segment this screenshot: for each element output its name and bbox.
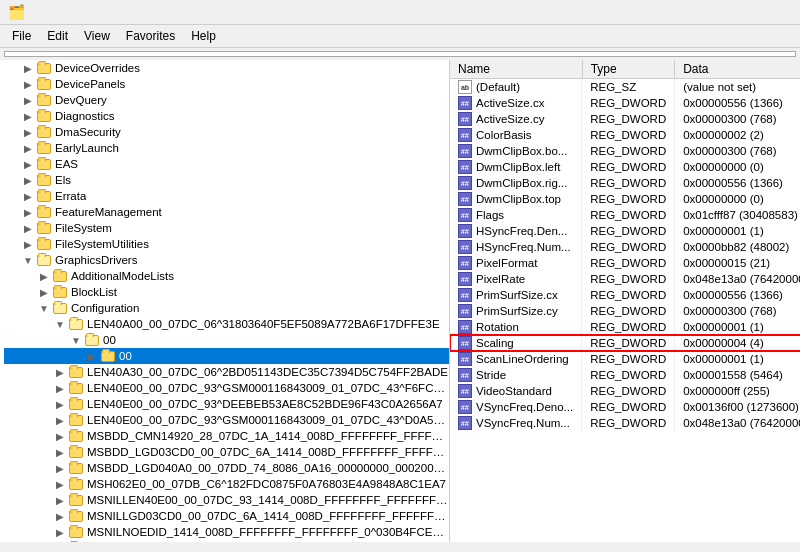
left-panel[interactable]: ▶DeviceOverrides▶DevicePanels▶DevQuery▶D… <box>0 60 450 542</box>
cell-data: 0x00000004 (4) <box>675 335 800 351</box>
tree-toggle[interactable]: ▶ <box>20 63 36 74</box>
table-row[interactable]: ##ColorBasisREG_DWORD0x00000002 (2) <box>450 127 800 143</box>
tree-item-Els[interactable]: ▶Els <box>4 172 449 188</box>
tree-toggle[interactable]: ▶ <box>52 383 68 394</box>
table-row[interactable]: ##RotationREG_DWORD0x00000001 (1) <box>450 319 800 335</box>
tree-toggle[interactable]: ▶ <box>36 271 52 282</box>
tree-item-MSH062E0[interactable]: ▶MSH062E0_00_07DB_C6^182FDC0875F0A76803E… <box>4 476 449 492</box>
tree-toggle[interactable]: ▼ <box>20 255 36 266</box>
table-row[interactable]: ##PixelRateREG_DWORD0x048e13a0 (76420000… <box>450 271 800 287</box>
tree-item-LEN40A30[interactable]: ▶LEN40A30_00_07DC_06^2BD051143DEC35C7394… <box>4 364 449 380</box>
dword-icon: ## <box>458 320 472 334</box>
folder-icon <box>68 317 84 331</box>
table-row[interactable]: ##FlagsREG_DWORD0x01cfff87 (30408583) <box>450 207 800 223</box>
table-row[interactable]: ##VSyncFreq.Num...REG_DWORD0x048e13a0 (7… <box>450 415 800 431</box>
tree-toggle[interactable]: ▶ <box>52 479 68 490</box>
table-row[interactable]: ##PrimSurfSize.cxREG_DWORD0x00000556 (13… <box>450 287 800 303</box>
tree-toggle[interactable]: ▶ <box>52 511 68 522</box>
tree-toggle[interactable]: ▶ <box>52 399 68 410</box>
table-row[interactable]: ##DwmClipBox.topREG_DWORD0x00000000 (0) <box>450 191 800 207</box>
tree-toggle[interactable]: ▶ <box>20 143 36 154</box>
table-row[interactable]: ##ScanLineOrderingREG_DWORD0x00000001 (1… <box>450 351 800 367</box>
tree-toggle[interactable]: ▶ <box>52 415 68 426</box>
tree-toggle[interactable]: ▶ <box>20 159 36 170</box>
tree-toggle[interactable]: ▶ <box>20 127 36 138</box>
tree-toggle[interactable]: ▶ <box>20 191 36 202</box>
tree-item-LEN40E00_93GSM[interactable]: ▶LEN40E00_00_07DC_93^GSM000116843009_01_… <box>4 380 449 396</box>
table-row[interactable]: ##VideoStandardREG_DWORD0x000000ff (255) <box>450 383 800 399</box>
table-row[interactable]: ##DwmClipBox.rig...REG_DWORD0x00000556 (… <box>450 175 800 191</box>
tree-item-MSNILLGD[interactable]: ▶MSNILLGD03CD0_00_07DC_6A_1414_008D_FFFF… <box>4 508 449 524</box>
tree-item-00_key[interactable]: ▼00 <box>4 332 449 348</box>
table-row[interactable]: ##PixelFormatREG_DWORD0x00000015 (21) <box>450 255 800 271</box>
tree-item-MSNILLEN[interactable]: ▶MSNILLEN40E00_00_07DC_93_1414_008D_FFFF… <box>4 492 449 508</box>
tree-toggle[interactable]: ▶ <box>52 431 68 442</box>
tree-toggle[interactable]: ▶ <box>20 95 36 106</box>
tree-item-EAS[interactable]: ▶EAS <box>4 156 449 172</box>
table-row[interactable]: ##VSyncFreq.Deno...REG_DWORD0x00136f00 (… <box>450 399 800 415</box>
folder-icon <box>36 141 52 155</box>
menu-favorites[interactable]: Favorites <box>118 27 183 45</box>
tree-toggle[interactable]: ▼ <box>52 319 68 330</box>
tree-item-MSNILNOEDID[interactable]: ▶MSNILNOEDID_1414_008D_FFFFFFFF_FFFFFFFF… <box>4 524 449 540</box>
tree-toggle[interactable]: ▶ <box>20 175 36 186</box>
tree-item-SIMULATED[interactable]: ▶SIMULATED_8086_1616_00000000_00020000_4… <box>4 540 449 542</box>
menu-file[interactable]: File <box>4 27 39 45</box>
tree-toggle[interactable]: ▶ <box>20 79 36 90</box>
table-row[interactable]: ##PrimSurfSize.cyREG_DWORD0x00000300 (76… <box>450 303 800 319</box>
table-row[interactable]: ##ActiveSize.cyREG_DWORD0x00000300 (768) <box>450 111 800 127</box>
tree-item-DmaSecurity[interactable]: ▶DmaSecurity <box>4 124 449 140</box>
table-row[interactable]: ##StrideREG_DWORD0x00001558 (5464) <box>450 367 800 383</box>
tree-item-DevQuery[interactable]: ▶DevQuery <box>4 92 449 108</box>
table-row[interactable]: ##HSyncFreq.Den...REG_DWORD0x00000001 (1… <box>450 223 800 239</box>
tree-item-FileSystem[interactable]: ▶FileSystem <box>4 220 449 236</box>
cell-data: 0x048e13a0 (76420000) <box>675 271 800 287</box>
tree-toggle[interactable]: ▶ <box>52 463 68 474</box>
tree-item-00_sub[interactable]: ▶00 <box>4 348 449 364</box>
tree-item-AdditionalModeLists[interactable]: ▶AdditionalModeLists <box>4 268 449 284</box>
tree-toggle[interactable]: ▶ <box>84 351 100 362</box>
tree-toggle[interactable]: ▶ <box>20 111 36 122</box>
cell-name: ##ActiveSize.cy <box>450 111 582 127</box>
tree-toggle[interactable]: ▶ <box>52 367 68 378</box>
tree-item-FeatureManagement[interactable]: ▶FeatureManagement <box>4 204 449 220</box>
tree-label: BlockList <box>71 286 117 298</box>
table-row[interactable]: ##ScalingREG_DWORD0x00000004 (4) <box>450 335 800 351</box>
tree-item-LEN40E00_93GSM2[interactable]: ▶LEN40E00_00_07DC_93^GSM000116843009_01_… <box>4 412 449 428</box>
right-panel[interactable]: Name Type Data ab(Default)REG_SZ(value n… <box>450 60 800 542</box>
cell-type: REG_DWORD <box>582 335 675 351</box>
tree-item-MSBDD_CMN[interactable]: ▶MSBDD_CMN14920_28_07DC_1A_1414_008D_FFF… <box>4 428 449 444</box>
table-row[interactable]: ##DwmClipBox.leftREG_DWORD0x00000000 (0) <box>450 159 800 175</box>
menu-edit[interactable]: Edit <box>39 27 76 45</box>
tree-toggle[interactable]: ▼ <box>68 335 84 346</box>
tree-toggle[interactable]: ▶ <box>20 223 36 234</box>
tree-item-Configuration[interactable]: ▼Configuration <box>4 300 449 316</box>
table-row[interactable]: ab(Default)REG_SZ(value not set) <box>450 79 800 96</box>
menu-view[interactable]: View <box>76 27 118 45</box>
tree-toggle[interactable]: ▶ <box>52 495 68 506</box>
tree-toggle[interactable]: ▶ <box>52 447 68 458</box>
tree-item-GraphicsDrivers[interactable]: ▼GraphicsDrivers <box>4 252 449 268</box>
table-row[interactable]: ##DwmClipBox.bo...REG_DWORD0x00000300 (7… <box>450 143 800 159</box>
tree-toggle[interactable]: ▶ <box>52 527 68 538</box>
tree-toggle[interactable]: ▶ <box>36 287 52 298</box>
tree-item-FileSystemUtilities[interactable]: ▶FileSystemUtilities <box>4 236 449 252</box>
tree-item-DeviceOverrides[interactable]: ▶DeviceOverrides <box>4 60 449 76</box>
table-row[interactable]: ##ActiveSize.cxREG_DWORD0x00000556 (1366… <box>450 95 800 111</box>
tree-item-MSBDD_LGD040A[interactable]: ▶MSBDD_LGD040A0_00_07DD_74_8086_0A16_000… <box>4 460 449 476</box>
tree-item-Diagnostics[interactable]: ▶Diagnostics <box>4 108 449 124</box>
tree-toggle[interactable]: ▶ <box>20 207 36 218</box>
tree-item-Errata[interactable]: ▶Errata <box>4 188 449 204</box>
dword-icon: ## <box>458 128 472 142</box>
tree-item-BlockList[interactable]: ▶BlockList <box>4 284 449 300</box>
tree-item-EarlyLaunch[interactable]: ▶EarlyLaunch <box>4 140 449 156</box>
table-row[interactable]: ##HSyncFreq.Num...REG_DWORD0x0000bb82 (4… <box>450 239 800 255</box>
tree-toggle[interactable]: ▼ <box>36 303 52 314</box>
tree-item-LEN40E00_93DEE[interactable]: ▶LEN40E00_00_07DC_93^DEEBEB53AE8C52BDE96… <box>4 396 449 412</box>
dword-icon: ## <box>458 112 472 126</box>
tree-toggle[interactable]: ▶ <box>20 239 36 250</box>
tree-item-DevicePanels[interactable]: ▶DevicePanels <box>4 76 449 92</box>
tree-item-LEN40A00_key[interactable]: ▼LEN40A00_00_07DC_06^31803640F5EF5089A77… <box>4 316 449 332</box>
tree-item-MSBDD_LGD03[interactable]: ▶MSBDD_LGD03CD0_00_07DC_6A_1414_008D_FFF… <box>4 444 449 460</box>
menu-help[interactable]: Help <box>183 27 224 45</box>
